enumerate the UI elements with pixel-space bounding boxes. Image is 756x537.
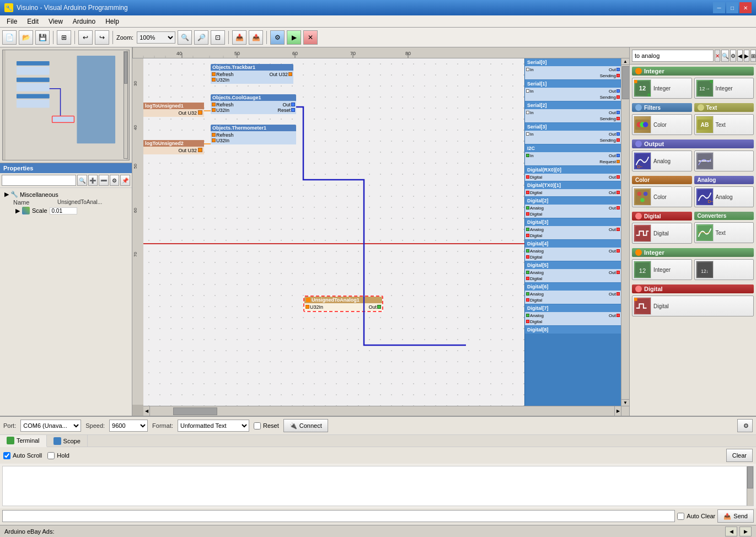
canvas-vscrollbar[interactable]: ▲ ▼ (621, 58, 629, 406)
lib-item-digital1[interactable]: Digital (632, 223, 692, 244)
canvas-hscrollbar[interactable]: ◀ ▶ (143, 406, 621, 416)
zoom-out-button[interactable]: 🔎 (194, 30, 208, 45)
maximize-button[interactable]: □ (726, 2, 738, 13)
lib-item-color2[interactable]: Color (632, 186, 692, 207)
port-combo[interactable]: COM6 (Unava... (20, 420, 81, 432)
new-button[interactable]: 📄 (2, 30, 17, 45)
menu-arduino[interactable]: Arduino (68, 17, 100, 26)
tab-scope[interactable]: Scope (47, 435, 88, 447)
ads-next-btn[interactable]: ▶ (739, 527, 752, 536)
svg-text:30: 30 (133, 81, 138, 86)
clear-button[interactable]: Clear (726, 449, 753, 462)
serial-settings-btn[interactable]: ⚙ (737, 419, 753, 432)
hold-checkbox[interactable] (47, 452, 55, 459)
lib-item-converters[interactable]: Text (694, 222, 754, 243)
prop-find-button[interactable]: 🔍 (77, 175, 87, 186)
lib-item-integer4[interactable]: 12↓ (694, 259, 754, 280)
vscroll-down-btn[interactable]: ▼ (621, 399, 629, 406)
send-button[interactable]: 📤 Send (717, 509, 754, 523)
reset-checkbox-label[interactable]: Reset (254, 422, 279, 429)
vscroll-up-btn[interactable]: ▲ (621, 58, 629, 65)
prop-remove-button[interactable]: ➖ (99, 175, 109, 186)
undo-button[interactable]: ↩ (78, 30, 93, 45)
component-search-input[interactable] (632, 50, 714, 62)
search-extra-btn[interactable]: ⊞ (750, 50, 756, 62)
search-find-btn[interactable]: 🔍 (721, 50, 729, 62)
properties-header: Properties (0, 163, 132, 173)
preview-vscroll[interactable] (124, 51, 128, 159)
digital-header: Digital (632, 212, 692, 221)
format-combo[interactable]: Unformatted Text (178, 420, 249, 432)
serial-log[interactable] (2, 466, 754, 506)
menu-view[interactable]: View (44, 17, 67, 26)
speed-combo[interactable]: 9600 115200 57600 (109, 420, 148, 432)
lib-item-analog1[interactable]: D~ Analog (632, 151, 692, 171)
import-button[interactable]: 📥 (232, 30, 246, 45)
component-coolgauge1[interactable]: Objects.CoolGauge1 Refresh Out U32In Res… (211, 94, 296, 114)
component-uta1[interactable]: UnsignedToAnalog1 U32In Out (303, 296, 383, 312)
prop-add-button[interactable]: ➕ (88, 175, 98, 186)
zoom-in-button[interactable]: 🔍 (178, 30, 192, 45)
hscroll-right-btn[interactable]: ▶ (614, 406, 621, 416)
connect-button[interactable]: 🔌 Connect (283, 419, 328, 432)
tab-terminal[interactable]: Terminal (0, 435, 47, 447)
stop-button[interactable]: ✕ (303, 30, 318, 45)
menu-help[interactable]: Help (101, 17, 124, 26)
serial-component-block[interactable]: Serial[0] In Out Sending Serial[1] (524, 58, 621, 406)
serial-input-row: Auto Clear 📤 Send (0, 508, 756, 525)
lib-item-text1[interactable]: AB Text (694, 114, 754, 135)
reset-checkbox[interactable] (254, 422, 261, 429)
menu-edit[interactable]: Edit (23, 17, 43, 26)
svg-rect-61 (635, 299, 650, 313)
component-log-to-unsigned1[interactable]: logToUnsigned1 Out U32 (143, 103, 204, 117)
lib-item-digital2[interactable]: Digital (632, 296, 754, 316)
prop-search-input[interactable] (2, 175, 76, 186)
zoom-combo[interactable]: 100% 75% 50% 150% 200% (137, 31, 175, 44)
lib-item-analog2[interactable] (694, 151, 754, 171)
open-button[interactable]: 📂 (19, 30, 33, 45)
minimize-button[interactable]: ─ (713, 2, 725, 13)
auto-scroll-label[interactable]: Auto Scroll (3, 452, 42, 459)
lib-item-analog3[interactable]: D~ Analog (694, 186, 754, 207)
close-button[interactable]: ✕ (739, 2, 752, 13)
component-log-to-unsigned2[interactable]: logToUnsigned2 Out U32 (143, 140, 204, 154)
search-nav-prev[interactable]: ◀ (737, 50, 743, 62)
hscroll-left-btn[interactable]: ◀ (143, 406, 150, 416)
ads-prev-btn[interactable]: ◀ (725, 527, 737, 536)
search-clear-btn[interactable]: ✕ (715, 50, 720, 62)
hscroll-thumb[interactable] (173, 407, 217, 415)
search-nav-next[interactable]: ▶ (744, 50, 749, 62)
lib-item-integer2[interactable]: 12→ Integer (694, 78, 754, 99)
lib-item-integer3[interactable]: 12 Integer (632, 259, 692, 280)
canvas-scrollable[interactable]: logToUnsigned1 Out U32 logToUnsigned2 (143, 58, 621, 406)
grid-button[interactable]: ⊞ (57, 30, 71, 45)
prop-tree: ▶ 🔧 Miscellaneous Name UnsignedToAnal...… (0, 188, 132, 217)
build-button[interactable]: ▶ (287, 30, 301, 45)
component-thermometer1[interactable]: Objects.Thermometer1 Refresh U32In (211, 125, 296, 144)
prop-pin-button[interactable]: 📌 (120, 175, 130, 186)
settings-button[interactable]: ⚙ (270, 30, 285, 45)
zoom-fit-button[interactable]: ⊡ (211, 30, 225, 45)
color-header2: Color (632, 176, 692, 184)
hold-label[interactable]: Hold (47, 452, 69, 459)
vscroll-thumb[interactable] (622, 66, 629, 99)
canvas-body[interactable]: 30 40 50 60 70 logToUnsigned1 (132, 58, 629, 416)
save-button[interactable]: 💾 (35, 30, 50, 45)
prop-tree-miscellaneous[interactable]: ▶ 🔧 Miscellaneous (2, 190, 130, 198)
auto-clear-label[interactable]: Auto Clear (677, 513, 715, 520)
serial-input-field[interactable] (2, 510, 675, 522)
digital1-label: Digital (653, 230, 669, 237)
search-options-btn[interactable]: ⚙ (730, 50, 736, 62)
lib-item-integer1[interactable]: 12 Integer (632, 78, 692, 99)
component-trackbar1[interactable]: Objects.Trackbar1 Refresh Out U32 U32In (211, 64, 293, 84)
export-button[interactable]: 📤 (249, 30, 263, 45)
redo-button[interactable]: ↪ (95, 30, 109, 45)
auto-scroll-checkbox[interactable] (3, 452, 10, 459)
auto-clear-checkbox[interactable] (677, 513, 684, 520)
log-vscroll[interactable] (747, 466, 753, 506)
menu-file[interactable]: File (2, 17, 22, 26)
prop-scale-row: ▶ Scale 0.01 (11, 206, 130, 215)
prop-filter-button[interactable]: ⚙ (110, 175, 120, 186)
log-vscroll-thumb[interactable] (747, 466, 753, 488)
lib-item-filter-color[interactable]: Color (632, 114, 692, 135)
